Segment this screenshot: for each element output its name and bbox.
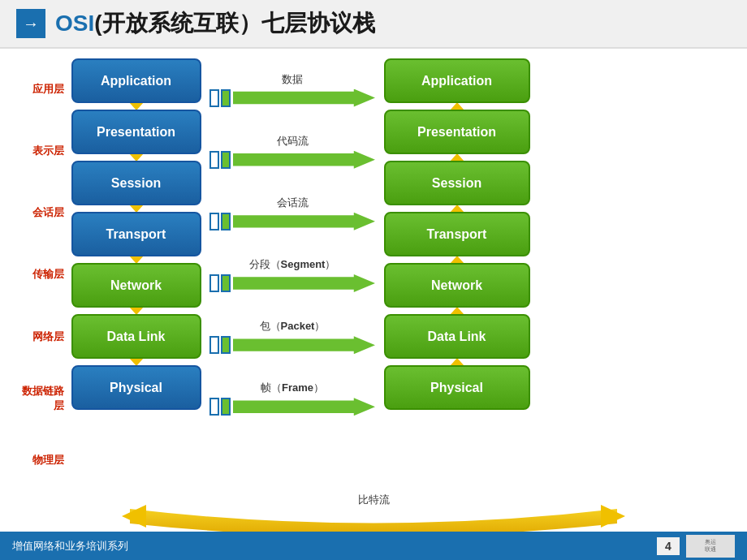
header: → OSI(开放系统互联）七层协议栈 [0, 0, 747, 49]
middle-row-physical [209, 433, 375, 486]
data-unit-presentation: 代码流 [277, 134, 309, 149]
data-unit-transport: 分段（Segment） [249, 257, 336, 272]
label-session: 会话层 [12, 188, 64, 237]
right-datalink-box: Data Link [384, 314, 530, 359]
footer-text: 增值网络和业务培训系列 [12, 539, 128, 554]
mini-rect-2 [221, 398, 231, 416]
arrow-session [209, 213, 375, 230]
left-network-box: Network [71, 263, 201, 308]
label-presentation: 表示层 [12, 127, 64, 175]
page-number: 4 [657, 537, 680, 555]
right-stack: Application Presentation Session Transpo… [382, 58, 532, 491]
logo-area: 奥运联通 [686, 535, 735, 558]
mini-rect-2 [221, 213, 231, 230]
green-arrow-datalink [233, 398, 375, 416]
left-stack: Application Presentation Session Transpo… [69, 58, 203, 491]
label-network: 网络层 [12, 312, 64, 361]
mini-rects-transport [209, 274, 231, 292]
arrow-network [209, 336, 375, 354]
footer: 增值网络和业务培训系列 4 奥运联通 [0, 532, 747, 560]
logo-text: 奥运联通 [705, 539, 716, 553]
middle-row-transport: 分段（Segment） [209, 248, 375, 301]
left-presentation-box: Presentation [71, 110, 201, 154]
up-arrow-dl-phys [382, 359, 532, 365]
left-session-box: Session [71, 161, 201, 205]
left-labels: 应用层 表示层 会话层 传输层 网络层 数据链路层 物理层 [12, 58, 69, 491]
mini-rects-datalink [209, 398, 231, 416]
footer-right: 4 奥运联通 [657, 535, 735, 558]
title-suffix: (开放系统互联）七层协议栈 [94, 11, 374, 36]
mini-rect-1 [209, 398, 219, 416]
label-application: 应用层 [12, 65, 64, 114]
left-datalink-box: Data Link [71, 314, 201, 359]
right-presentation-box: Presentation [384, 110, 530, 154]
mini-rects-application [209, 89, 231, 107]
osi-diagram: 应用层 表示层 会话层 传输层 网络层 数据链路层 物理层 Applicatio… [12, 58, 735, 491]
green-arrow-presentation [233, 151, 375, 169]
green-arrow-session [233, 213, 375, 230]
mini-rect-2 [221, 274, 231, 292]
middle-row-network: 包（Packet） [209, 310, 375, 363]
mini-rects-session [209, 213, 231, 230]
header-arrow-icon: → [16, 9, 45, 38]
right-application-box: Application [384, 58, 530, 103]
data-unit-datalink: 帧（Frame） [261, 381, 324, 395]
arrow-datalink [209, 398, 375, 416]
main-content: 应用层 表示层 会话层 传输层 网络层 数据链路层 物理层 Applicatio… [0, 49, 747, 532]
left-transport-box: Transport [71, 212, 201, 256]
data-unit-application: 数据 [282, 72, 303, 87]
green-arrow-application [233, 89, 375, 107]
middle-row-datalink: 帧（Frame） [209, 372, 375, 424]
mini-rects-presentation [209, 151, 231, 169]
arrow-net-dl [69, 308, 203, 314]
data-unit-session: 会话流 [277, 196, 309, 210]
osi-text: OSI [55, 11, 94, 36]
arrow-app-pres [69, 103, 203, 110]
arrow-symbol: → [23, 15, 39, 33]
arrow-transport [209, 274, 375, 292]
arrow-trans-net [69, 256, 203, 263]
right-network-box: Network [384, 263, 530, 308]
green-arrow-network [233, 336, 375, 354]
middle-row-application: 数据 [209, 63, 375, 116]
up-arrow-app-pres [382, 103, 532, 110]
mini-rect-2 [221, 89, 231, 107]
mini-rect-2 [221, 336, 231, 354]
arrow-presentation [209, 151, 375, 169]
left-physical-box: Physical [71, 365, 201, 410]
mini-rect-1 [209, 151, 219, 169]
data-unit-network: 包（Packet） [260, 319, 326, 334]
middle-section: 数据 代码流 [203, 58, 382, 491]
mini-rect-1 [209, 274, 219, 292]
arrow-application [209, 89, 375, 107]
up-arrow-sess-trans [382, 205, 532, 212]
left-application-box: Application [71, 58, 201, 103]
header-title: OSI(开放系统互联）七层协议栈 [55, 8, 375, 39]
arrow-pres-sess [69, 154, 203, 161]
mini-rect-2 [221, 151, 231, 169]
mini-rect-1 [209, 89, 219, 107]
up-arrow-trans-net [382, 256, 532, 263]
mini-rects-network [209, 336, 231, 354]
arrow-dl-phys [69, 359, 203, 365]
up-arrow-net-dl [382, 308, 532, 314]
middle-row-presentation: 代码流 [209, 125, 375, 178]
right-session-box: Session [384, 161, 530, 205]
right-physical-box: Physical [384, 365, 530, 410]
bitstream-section: 比特流 [12, 491, 735, 532]
label-physical: 物理层 [12, 436, 64, 485]
arrow-head-left [122, 505, 146, 528]
middle-row-session: 会话流 [209, 187, 375, 239]
label-transport: 传输层 [12, 250, 64, 299]
arrow-head-right [601, 505, 625, 528]
bitstream-label: 比特流 [358, 493, 390, 507]
mini-rect-1 [209, 336, 219, 354]
green-arrow-transport [233, 274, 375, 292]
right-transport-box: Transport [384, 212, 530, 256]
up-arrow-pres-sess [382, 154, 532, 161]
mini-rect-1 [209, 213, 219, 230]
bitstream-path [130, 509, 617, 533]
arrow-sess-trans [69, 205, 203, 212]
label-datalink: 数据链路层 [12, 374, 64, 423]
